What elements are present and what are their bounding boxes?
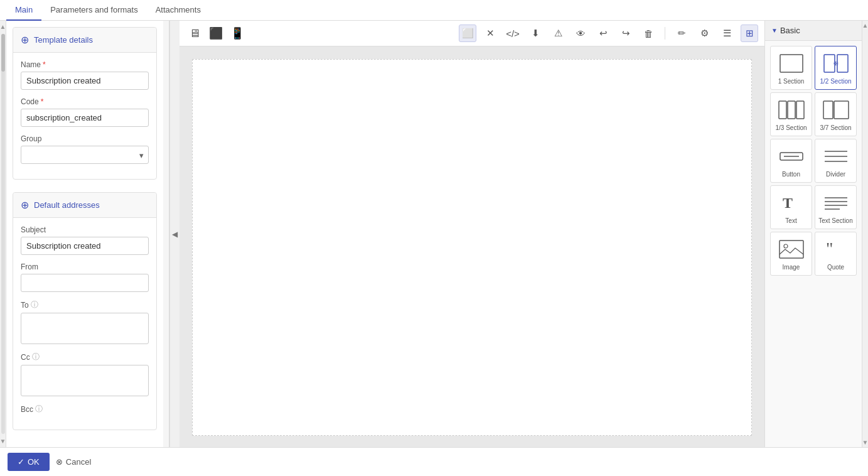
- block-quote[interactable]: " Quote: [815, 232, 857, 276]
- settings-icon[interactable]: ⚙: [695, 24, 713, 42]
- right-scrollbar: ▲ ▼: [862, 21, 868, 447]
- canvas-area: 🖥 ⬛ 📱 ⬜ ✕ </> ⬇ ⚠ 👁 ↩ ↪ 🗑 ✏ ⚙ ☰ ⊞: [179, 21, 764, 447]
- tab-main[interactable]: Main: [6, 0, 41, 21]
- subject-label: Subject: [21, 225, 149, 234]
- cancel-x-icon: ⊗: [56, 457, 63, 467]
- menu-icon[interactable]: ☰: [718, 24, 736, 42]
- cc-input[interactable]: [21, 365, 149, 396]
- block-text-icon: T: [773, 190, 809, 216]
- block-37-section-label: 3/7 Section: [820, 124, 851, 132]
- code-icon[interactable]: </>: [504, 24, 522, 42]
- pen-icon[interactable]: ✏: [673, 24, 690, 42]
- code-group: Code *: [21, 97, 149, 127]
- to-label: To ⓘ: [21, 300, 149, 310]
- block-12-section[interactable]: ✛ 1/2 Section: [815, 46, 857, 90]
- left-scrollbar: ▲ ▼: [0, 21, 6, 447]
- grid-icon[interactable]: ⊞: [741, 24, 758, 42]
- download-icon[interactable]: ⬇: [527, 24, 544, 42]
- group-select-wrapper: [21, 146, 149, 164]
- subject-input[interactable]: [21, 237, 149, 255]
- right-scroll-down[interactable]: ▼: [861, 438, 868, 447]
- block-button[interactable]: Button: [770, 139, 812, 183]
- tab-parameters[interactable]: Parameters and formats: [41, 0, 146, 21]
- tab-attachments[interactable]: Attachments: [147, 0, 210, 21]
- code-input[interactable]: [21, 109, 149, 127]
- canvas-toolbar: 🖥 ⬛ 📱 ⬜ ✕ </> ⬇ ⚠ 👁 ↩ ↪ 🗑 ✏ ⚙ ☰ ⊞: [179, 21, 764, 46]
- fullscreen-icon[interactable]: ⬜: [459, 24, 476, 42]
- right-scroll-up[interactable]: ▲: [861, 21, 868, 30]
- cancel-button[interactable]: ⊗ Cancel: [56, 457, 91, 467]
- block-image[interactable]: Image: [770, 232, 812, 276]
- canvas-inner[interactable]: [192, 59, 752, 436]
- collapse-left-button[interactable]: ◀: [169, 21, 179, 447]
- mobile-icon[interactable]: 📱: [228, 24, 246, 42]
- undo-icon[interactable]: ↩: [594, 24, 612, 42]
- warning-icon[interactable]: ⚠: [549, 24, 567, 42]
- template-details-header[interactable]: ⊕ Template details: [13, 28, 156, 53]
- to-help-icon[interactable]: ⓘ: [31, 300, 38, 310]
- block-12-section-label: 1/2 Section: [820, 78, 851, 85]
- default-addresses-header[interactable]: ⊕ Default addresses: [13, 193, 156, 218]
- redo-icon[interactable]: ↪: [617, 24, 635, 42]
- bcc-help-icon[interactable]: ⓘ: [35, 404, 43, 414]
- group-label: Group: [21, 134, 149, 143]
- svg-rect-9: [834, 101, 849, 119]
- tablet-icon[interactable]: ⬛: [207, 24, 225, 42]
- delete-icon[interactable]: 🗑: [640, 24, 657, 42]
- block-text-section[interactable]: Text Section: [815, 185, 857, 229]
- svg-rect-6: [788, 101, 795, 119]
- block-button-label: Button: [782, 171, 800, 178]
- block-divider-icon: [818, 143, 854, 170]
- bottom-bar: ✓ OK ⊗ Cancel: [0, 447, 868, 476]
- group-select[interactable]: [21, 146, 149, 164]
- cc-label: Cc ⓘ: [21, 352, 149, 362]
- name-required: *: [43, 60, 46, 69]
- to-group: To ⓘ: [21, 300, 149, 344]
- name-group: Name *: [21, 60, 149, 90]
- from-input[interactable]: [21, 274, 149, 292]
- name-input[interactable]: [21, 72, 149, 90]
- default-addresses-section: ⊕ Default addresses Subject From: [13, 192, 157, 430]
- block-divider[interactable]: Divider: [815, 139, 857, 183]
- block-13-section-icon: [773, 97, 809, 123]
- ok-button[interactable]: ✓ OK: [8, 453, 50, 471]
- template-details-section: ⊕ Template details Name * Code: [13, 27, 157, 180]
- template-details-body: Name * Code * Group: [13, 53, 156, 179]
- from-label: From: [21, 262, 149, 271]
- block-text-section-icon: [818, 190, 854, 216]
- scroll-thumb[interactable]: [1, 34, 5, 72]
- bcc-group: Bcc ⓘ: [21, 404, 149, 414]
- svg-rect-20: [780, 241, 803, 258]
- expand-icon[interactable]: ✕: [481, 24, 499, 42]
- desktop-icon[interactable]: 🖥: [186, 24, 203, 42]
- basic-collapse-arrow: ▼: [771, 27, 778, 34]
- cancel-label: Cancel: [66, 457, 91, 467]
- basic-label: Basic: [780, 26, 800, 35]
- block-quote-label: Quote: [827, 264, 844, 271]
- cc-group: Cc ⓘ: [21, 352, 149, 396]
- bcc-label: Bcc ⓘ: [21, 404, 149, 414]
- canvas-content: [179, 46, 764, 447]
- cc-help-icon[interactable]: ⓘ: [32, 352, 40, 362]
- toolbar-right: ⬜ ✕ </> ⬇ ⚠ 👁 ↩ ↪ 🗑 ✏ ⚙ ☰ ⊞: [459, 24, 758, 42]
- block-text[interactable]: T Text: [770, 185, 812, 229]
- block-1-section-label: 1 Section: [778, 78, 805, 85]
- right-panel: ▼ Basic 1 Section: [764, 21, 862, 447]
- block-1-section[interactable]: 1 Section: [770, 46, 812, 90]
- default-addresses-expand-icon: ⊕: [21, 199, 29, 211]
- main-layout: ▲ ▼ ⊕ Template details Name *: [0, 21, 868, 447]
- subject-group: Subject: [21, 225, 149, 255]
- block-text-label: Text: [785, 217, 796, 225]
- block-13-section-label: 1/3 Section: [775, 124, 806, 132]
- preview-icon[interactable]: 👁: [572, 24, 589, 42]
- block-13-section[interactable]: 1/3 Section: [770, 92, 812, 136]
- to-input[interactable]: [21, 313, 149, 344]
- code-label: Code *: [21, 97, 149, 106]
- block-image-icon: [773, 236, 809, 262]
- blocks-grid: 1 Section ✛ 1/2 Section: [765, 41, 862, 281]
- block-image-label: Image: [783, 264, 800, 271]
- svg-text:T: T: [783, 195, 793, 211]
- block-37-section[interactable]: 3/7 Section: [815, 92, 857, 136]
- svg-text:✛: ✛: [833, 61, 838, 67]
- from-group: From: [21, 262, 149, 292]
